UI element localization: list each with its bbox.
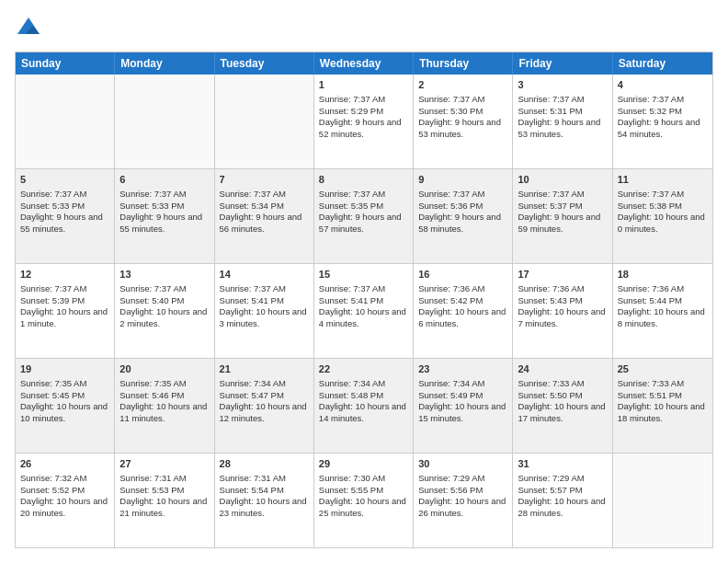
empty-cell	[215, 75, 314, 168]
day-number: 2	[418, 78, 507, 92]
calendar-week-4: 26Sunrise: 7:32 AM Sunset: 5:52 PM Dayli…	[16, 453, 712, 547]
day-number: 4	[618, 78, 708, 92]
day-info: Sunrise: 7:31 AM Sunset: 5:54 PM Dayligh…	[220, 473, 307, 518]
header-day-sunday: Sunday	[16, 52, 115, 75]
day-cell-21: 21Sunrise: 7:34 AM Sunset: 5:47 PM Dayli…	[215, 359, 314, 453]
day-info: Sunrise: 7:36 AM Sunset: 5:42 PM Dayligh…	[418, 283, 506, 328]
day-info: Sunrise: 7:34 AM Sunset: 5:47 PM Dayligh…	[220, 378, 307, 423]
day-cell-5: 5Sunrise: 7:37 AM Sunset: 5:33 PM Daylig…	[16, 169, 115, 263]
day-number: 1	[319, 78, 408, 92]
day-number: 18	[618, 268, 708, 282]
day-info: Sunrise: 7:37 AM Sunset: 5:38 PM Dayligh…	[618, 189, 705, 234]
day-info: Sunrise: 7:37 AM Sunset: 5:41 PM Dayligh…	[319, 283, 406, 328]
day-number: 17	[518, 268, 607, 282]
day-info: Sunrise: 7:37 AM Sunset: 5:30 PM Dayligh…	[418, 94, 501, 139]
day-cell-24: 24Sunrise: 7:33 AM Sunset: 5:50 PM Dayli…	[513, 359, 612, 453]
header-day-saturday: Saturday	[613, 52, 712, 75]
day-cell-29: 29Sunrise: 7:30 AM Sunset: 5:55 PM Dayli…	[314, 454, 414, 547]
day-cell-13: 13Sunrise: 7:37 AM Sunset: 5:40 PM Dayli…	[115, 264, 214, 358]
day-info: Sunrise: 7:32 AM Sunset: 5:52 PM Dayligh…	[20, 473, 108, 518]
day-number: 25	[618, 362, 708, 376]
day-cell-31: 31Sunrise: 7:29 AM Sunset: 5:57 PM Dayli…	[513, 454, 612, 547]
day-number: 28	[220, 457, 309, 471]
day-number: 7	[220, 173, 309, 187]
header-day-thursday: Thursday	[414, 52, 513, 75]
day-info: Sunrise: 7:34 AM Sunset: 5:48 PM Dayligh…	[319, 378, 406, 423]
day-info: Sunrise: 7:37 AM Sunset: 5:31 PM Dayligh…	[518, 94, 600, 139]
day-cell-6: 6Sunrise: 7:37 AM Sunset: 5:33 PM Daylig…	[115, 169, 214, 263]
day-number: 27	[119, 457, 209, 471]
day-cell-30: 30Sunrise: 7:29 AM Sunset: 5:56 PM Dayli…	[414, 454, 513, 547]
day-cell-14: 14Sunrise: 7:37 AM Sunset: 5:41 PM Dayli…	[215, 264, 314, 358]
day-cell-18: 18Sunrise: 7:36 AM Sunset: 5:44 PM Dayli…	[613, 264, 712, 358]
day-number: 31	[518, 457, 607, 471]
logo-icon	[15, 15, 42, 42]
day-number: 22	[319, 362, 408, 376]
day-number: 8	[319, 173, 408, 187]
day-cell-11: 11Sunrise: 7:37 AM Sunset: 5:38 PM Dayli…	[613, 169, 712, 263]
empty-cell	[613, 454, 712, 547]
day-info: Sunrise: 7:33 AM Sunset: 5:51 PM Dayligh…	[618, 378, 705, 423]
day-cell-28: 28Sunrise: 7:31 AM Sunset: 5:54 PM Dayli…	[215, 454, 314, 547]
calendar-header: SundayMondayTuesdayWednesdayThursdayFrid…	[16, 52, 712, 75]
day-number: 23	[418, 362, 507, 376]
day-number: 10	[518, 173, 607, 187]
day-cell-10: 10Sunrise: 7:37 AM Sunset: 5:37 PM Dayli…	[513, 169, 612, 263]
day-number: 5	[20, 173, 109, 187]
day-info: Sunrise: 7:37 AM Sunset: 5:33 PM Dayligh…	[20, 189, 103, 234]
day-number: 11	[618, 173, 708, 187]
day-info: Sunrise: 7:29 AM Sunset: 5:56 PM Dayligh…	[418, 473, 506, 518]
empty-cell	[115, 75, 214, 168]
day-info: Sunrise: 7:33 AM Sunset: 5:50 PM Dayligh…	[518, 378, 605, 423]
calendar-body: 1Sunrise: 7:37 AM Sunset: 5:29 PM Daylig…	[16, 75, 712, 547]
calendar-week-3: 19Sunrise: 7:35 AM Sunset: 5:45 PM Dayli…	[16, 358, 712, 453]
day-cell-26: 26Sunrise: 7:32 AM Sunset: 5:52 PM Dayli…	[16, 454, 115, 547]
day-number: 15	[319, 268, 408, 282]
day-cell-2: 2Sunrise: 7:37 AM Sunset: 5:30 PM Daylig…	[414, 75, 513, 168]
day-number: 30	[418, 457, 507, 471]
day-info: Sunrise: 7:36 AM Sunset: 5:44 PM Dayligh…	[618, 283, 705, 328]
day-number: 9	[418, 173, 507, 187]
day-number: 3	[518, 78, 607, 92]
day-number: 6	[119, 173, 209, 187]
day-info: Sunrise: 7:35 AM Sunset: 5:46 PM Dayligh…	[119, 378, 207, 423]
day-cell-19: 19Sunrise: 7:35 AM Sunset: 5:45 PM Dayli…	[16, 359, 115, 453]
day-cell-25: 25Sunrise: 7:33 AM Sunset: 5:51 PM Dayli…	[613, 359, 712, 453]
day-number: 24	[518, 362, 607, 376]
day-info: Sunrise: 7:37 AM Sunset: 5:37 PM Dayligh…	[518, 189, 600, 234]
day-info: Sunrise: 7:29 AM Sunset: 5:57 PM Dayligh…	[518, 473, 605, 518]
day-info: Sunrise: 7:30 AM Sunset: 5:55 PM Dayligh…	[319, 473, 406, 518]
calendar-week-2: 12Sunrise: 7:37 AM Sunset: 5:39 PM Dayli…	[16, 263, 712, 358]
day-cell-1: 1Sunrise: 7:37 AM Sunset: 5:29 PM Daylig…	[314, 75, 414, 168]
day-cell-22: 22Sunrise: 7:34 AM Sunset: 5:48 PM Dayli…	[314, 359, 414, 453]
day-cell-20: 20Sunrise: 7:35 AM Sunset: 5:46 PM Dayli…	[115, 359, 214, 453]
day-number: 20	[119, 362, 209, 376]
day-cell-17: 17Sunrise: 7:36 AM Sunset: 5:43 PM Dayli…	[513, 264, 612, 358]
day-info: Sunrise: 7:37 AM Sunset: 5:41 PM Dayligh…	[220, 283, 307, 328]
day-info: Sunrise: 7:36 AM Sunset: 5:43 PM Dayligh…	[518, 283, 605, 328]
header-day-wednesday: Wednesday	[314, 52, 414, 75]
day-info: Sunrise: 7:35 AM Sunset: 5:45 PM Dayligh…	[20, 378, 108, 423]
header-day-monday: Monday	[115, 52, 214, 75]
day-cell-9: 9Sunrise: 7:37 AM Sunset: 5:36 PM Daylig…	[414, 169, 513, 263]
day-number: 13	[119, 268, 209, 282]
day-cell-15: 15Sunrise: 7:37 AM Sunset: 5:41 PM Dayli…	[314, 264, 414, 358]
day-info: Sunrise: 7:37 AM Sunset: 5:33 PM Dayligh…	[119, 189, 202, 234]
day-number: 29	[319, 457, 408, 471]
day-info: Sunrise: 7:34 AM Sunset: 5:49 PM Dayligh…	[418, 378, 506, 423]
header-day-friday: Friday	[513, 52, 612, 75]
day-number: 12	[20, 268, 109, 282]
day-cell-16: 16Sunrise: 7:36 AM Sunset: 5:42 PM Dayli…	[414, 264, 513, 358]
day-cell-8: 8Sunrise: 7:37 AM Sunset: 5:35 PM Daylig…	[314, 169, 414, 263]
logo	[15, 15, 46, 42]
day-info: Sunrise: 7:37 AM Sunset: 5:36 PM Dayligh…	[418, 189, 501, 234]
day-number: 21	[220, 362, 309, 376]
day-info: Sunrise: 7:31 AM Sunset: 5:53 PM Dayligh…	[119, 473, 207, 518]
calendar-week-1: 5Sunrise: 7:37 AM Sunset: 5:33 PM Daylig…	[16, 168, 712, 263]
day-info: Sunrise: 7:37 AM Sunset: 5:32 PM Dayligh…	[618, 94, 700, 139]
day-cell-7: 7Sunrise: 7:37 AM Sunset: 5:34 PM Daylig…	[215, 169, 314, 263]
day-cell-4: 4Sunrise: 7:37 AM Sunset: 5:32 PM Daylig…	[613, 75, 712, 168]
calendar: SundayMondayTuesdayWednesdayThursdayFrid…	[15, 52, 713, 548]
day-info: Sunrise: 7:37 AM Sunset: 5:39 PM Dayligh…	[20, 283, 108, 328]
day-number: 16	[418, 268, 507, 282]
